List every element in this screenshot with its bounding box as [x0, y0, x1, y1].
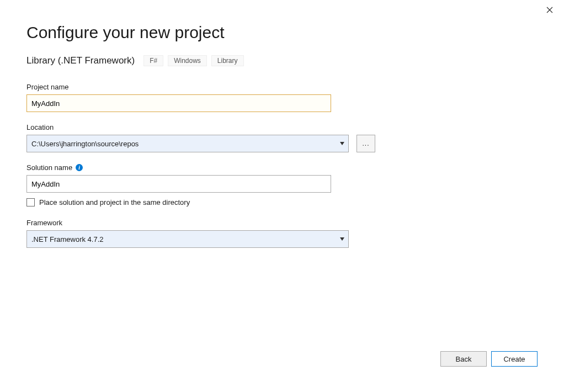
solution-name-label: Solution name [26, 163, 72, 172]
chevron-down-icon [339, 142, 348, 145]
info-icon[interactable]: i [76, 164, 83, 171]
template-tag: Windows [168, 55, 207, 66]
location-combo[interactable]: C:\Users\jharrington\source\repos [26, 135, 349, 152]
same-directory-checkbox[interactable] [26, 198, 35, 206]
close-icon [546, 7, 553, 13]
location-value: C:\Users\jharrington\source\repos [27, 140, 339, 148]
framework-combo[interactable]: .NET Framework 4.7.2 [26, 230, 349, 248]
location-label: Location [26, 123, 538, 131]
back-button[interactable]: Back [440, 351, 487, 367]
svg-marker-3 [340, 237, 344, 241]
ellipsis-icon: ... [362, 140, 369, 147]
framework-label: Framework [26, 219, 538, 227]
browse-button[interactable]: ... [357, 135, 375, 152]
template-name: Library (.NET Framework) [26, 55, 135, 66]
project-name-label: Project name [26, 83, 538, 91]
chevron-down-icon [339, 237, 348, 241]
same-directory-label: Place solution and project in the same d… [39, 198, 190, 206]
project-name-input[interactable] [26, 94, 331, 112]
template-header: Library (.NET Framework) F# Windows Libr… [26, 55, 538, 66]
create-button[interactable]: Create [491, 351, 538, 367]
template-tag: F# [143, 55, 163, 66]
close-button[interactable] [544, 4, 555, 15]
template-tags: F# Windows Library [143, 55, 243, 66]
solution-name-input[interactable] [26, 175, 331, 193]
svg-marker-2 [340, 142, 344, 145]
page-title: Configure your new project [26, 23, 538, 42]
template-tag: Library [211, 55, 244, 66]
framework-value: .NET Framework 4.7.2 [27, 235, 339, 243]
